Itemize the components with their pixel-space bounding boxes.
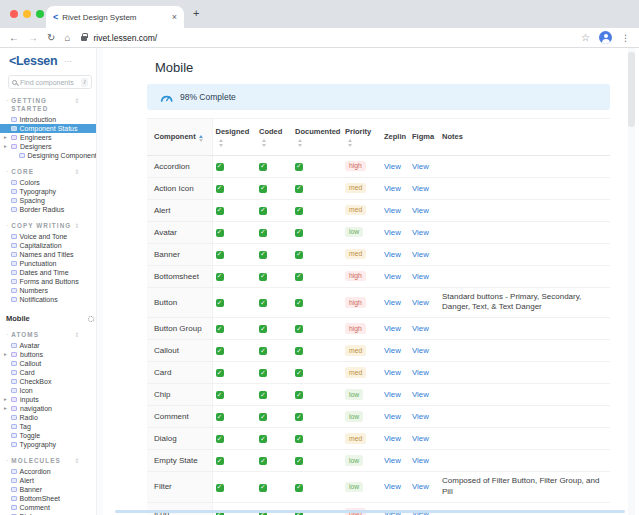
figma-view-link[interactable]: View — [412, 324, 429, 333]
zeplin-view-link[interactable]: View — [384, 434, 401, 443]
sidebar-item-checkbox[interactable]: CheckBox — [0, 377, 99, 386]
table-horizontal-scrollbar[interactable] — [115, 510, 625, 513]
home-icon[interactable]: ⌂ — [64, 33, 70, 43]
sidebar-item-names-and-titles[interactable]: Names and Titles — [0, 250, 99, 259]
zeplin-view-link[interactable]: View — [384, 250, 401, 259]
figma-view-link[interactable]: View — [412, 346, 429, 355]
sidebar-item-inputs[interactable]: ▸inputs — [0, 395, 99, 404]
sidebar-item-numbers[interactable]: Numbers — [0, 286, 99, 295]
sort-icon[interactable] — [298, 139, 302, 147]
reload-icon[interactable]: ↻ — [47, 33, 55, 43]
zeplin-view-link[interactable]: View — [384, 228, 401, 237]
address-bar[interactable]: rivet.lessen.com/ — [93, 33, 572, 43]
section-header-atoms[interactable]: ·ATOMS⇕ — [6, 331, 95, 339]
figma-view-link[interactable]: View — [412, 272, 429, 281]
sidebar-item-component-status[interactable]: Component Status — [0, 124, 99, 133]
forward-icon[interactable]: → — [28, 33, 38, 43]
page-scrollbar-thumb[interactable] — [628, 52, 635, 127]
sidebar-item-buttons[interactable]: ▸buttons — [0, 350, 99, 359]
sidebar-item-tag[interactable]: Tag — [0, 422, 99, 431]
sort-icon[interactable] — [199, 135, 203, 143]
figma-view-link[interactable]: View — [412, 456, 429, 465]
column-header-documented[interactable]: Documented — [292, 119, 342, 156]
figma-view-link[interactable]: View — [412, 184, 429, 193]
zeplin-view-link[interactable]: View — [384, 272, 401, 281]
sidebar-item-forms-and-buttons[interactable]: Forms and Buttons — [0, 277, 99, 286]
sidebar-item-punctuation[interactable]: Punctuation — [0, 259, 99, 268]
sidebar-item-toggle[interactable]: Toggle — [0, 431, 99, 440]
zeplin-view-link[interactable]: View — [384, 390, 401, 399]
figma-view-link[interactable]: View — [412, 368, 429, 377]
sidebar-item-designing-components[interactable]: Designing Components — [0, 151, 99, 160]
sidebar-root-mobile[interactable]: Mobile — [6, 314, 94, 323]
browser-menu-icon[interactable]: ⋮ — [621, 33, 630, 43]
back-icon[interactable]: ← — [9, 33, 19, 43]
section-header-molecules[interactable]: ·MOLECULES⇕ — [6, 457, 95, 465]
window-minimize-button[interactable] — [23, 10, 31, 18]
sidebar-item-icon[interactable]: Icon — [0, 386, 99, 395]
sidebar-item-avatar[interactable]: Avatar — [0, 341, 99, 350]
figma-view-link[interactable]: View — [412, 228, 429, 237]
sidebar-item-card[interactable]: Card — [0, 368, 99, 377]
column-header-priority[interactable]: Priority — [342, 119, 381, 156]
zeplin-view-link[interactable]: View — [384, 298, 401, 307]
bookmark-star-icon[interactable]: ☆ — [581, 32, 590, 43]
column-header-coded[interactable]: Coded — [256, 119, 292, 156]
sidebar-item-bottomsheet[interactable]: BottomSheet — [0, 494, 99, 503]
section-header-getting-started[interactable]: ·GETTING STARTED⇕ — [6, 97, 95, 113]
profile-avatar[interactable] — [599, 31, 612, 44]
sidebar-item-typography[interactable]: Typography — [0, 440, 99, 449]
figma-view-link[interactable]: View — [412, 206, 429, 215]
figma-view-link[interactable]: View — [412, 434, 429, 443]
figma-view-link[interactable]: View — [412, 162, 429, 171]
column-header-component[interactable]: Component — [147, 119, 212, 156]
zeplin-view-link[interactable]: View — [384, 184, 401, 193]
window-zoom-button[interactable] — [36, 10, 44, 18]
zeplin-view-link[interactable]: View — [384, 482, 401, 491]
column-header-designed[interactable]: Designed — [212, 119, 256, 156]
sidebar-item-dates-and-time[interactable]: Dates and Time — [0, 268, 99, 277]
browser-tab[interactable]: < Rivet Design System × — [46, 6, 184, 28]
component-search[interactable]: / — [8, 75, 92, 89]
sidebar-item-comment[interactable]: Comment — [0, 503, 99, 512]
sort-icon[interactable] — [219, 139, 223, 147]
sidebar-scrollbar[interactable] — [96, 48, 103, 515]
zeplin-view-link[interactable]: View — [384, 162, 401, 171]
zeplin-view-link[interactable]: View — [384, 368, 401, 377]
tab-close-icon[interactable]: × — [172, 12, 177, 22]
sidebar-item-introduction[interactable]: Introduction — [0, 115, 99, 124]
figma-view-link[interactable]: View — [412, 482, 429, 491]
sidebar-menu-button[interactable]: … — [62, 57, 74, 65]
figma-view-link[interactable]: View — [412, 250, 429, 259]
zeplin-view-link[interactable]: View — [384, 324, 401, 333]
sort-icon[interactable] — [348, 139, 352, 147]
sidebar-item-banner[interactable]: Banner — [0, 485, 99, 494]
zeplin-view-link[interactable]: View — [384, 346, 401, 355]
sort-icon[interactable] — [262, 139, 266, 147]
figma-view-link[interactable]: View — [412, 298, 429, 307]
sidebar-item-typography[interactable]: Typography — [0, 187, 99, 196]
sidebar-item-accordion[interactable]: Accordion — [0, 467, 99, 476]
sidebar-item-capitalization[interactable]: Capitalization — [0, 241, 99, 250]
sidebar-item-alert[interactable]: Alert — [0, 476, 99, 485]
zeplin-view-link[interactable]: View — [384, 456, 401, 465]
sidebar-item-notifications[interactable]: Notifications — [0, 295, 99, 304]
new-tab-button[interactable]: + — [193, 7, 199, 19]
figma-view-link[interactable]: View — [412, 412, 429, 421]
sidebar-item-callout[interactable]: Callout — [0, 359, 99, 368]
sidebar-item-engineers[interactable]: ▸Engineers — [0, 133, 99, 142]
sidebar-item-colors[interactable]: Colors — [0, 178, 99, 187]
search-input[interactable] — [20, 79, 78, 86]
zeplin-view-link[interactable]: View — [384, 412, 401, 421]
window-close-button[interactable] — [10, 10, 18, 18]
zeplin-view-link[interactable]: View — [384, 206, 401, 215]
section-header-copy-writing[interactable]: ·COPY WRITING⇕ — [6, 222, 95, 230]
sidebar-item-border-radius[interactable]: Border Radius — [0, 205, 99, 214]
lessen-logo[interactable]: <Lessen — [9, 54, 57, 68]
sidebar-item-spacing[interactable]: Spacing — [0, 196, 99, 205]
sidebar-item-navigation[interactable]: ▸navigation — [0, 404, 99, 413]
sidebar-item-designers[interactable]: ▸Designers — [0, 142, 99, 151]
sidebar-item-voice-and-tone[interactable]: Voice and Tone — [0, 232, 99, 241]
section-header-core[interactable]: ·CORE⇕ — [6, 168, 95, 176]
sidebar-item-radio[interactable]: Radio — [0, 413, 99, 422]
